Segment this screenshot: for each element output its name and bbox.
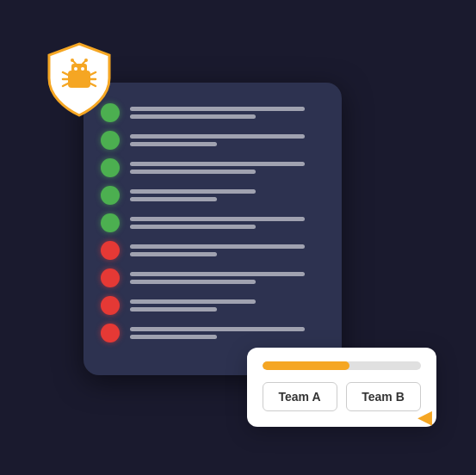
dot-green-4 bbox=[101, 213, 120, 232]
list-row bbox=[101, 268, 325, 287]
line-group bbox=[130, 327, 325, 339]
line-long-8-0 bbox=[130, 327, 305, 331]
svg-point-2 bbox=[74, 67, 77, 71]
list-row bbox=[101, 324, 325, 342]
line-long-4-0 bbox=[130, 217, 305, 221]
line-group bbox=[130, 244, 325, 256]
line-medium-3-0 bbox=[130, 189, 257, 194]
shield-container bbox=[40, 40, 118, 117]
line-medium-4-1 bbox=[130, 225, 257, 229]
line-group bbox=[130, 272, 325, 284]
cursor-icon: ▶ bbox=[417, 406, 432, 429]
line-long-2-0 bbox=[130, 162, 305, 166]
team-b-button[interactable]: Team B bbox=[346, 382, 421, 411]
team-a-button[interactable]: Team A bbox=[263, 382, 337, 411]
line-medium-6-1 bbox=[130, 280, 257, 284]
team-buttons: Team A Team B bbox=[263, 382, 421, 411]
list-row bbox=[101, 213, 325, 232]
list-row bbox=[101, 131, 325, 150]
line-medium-7-0 bbox=[130, 299, 257, 304]
dot-red-8 bbox=[101, 324, 120, 342]
line-medium-2-1 bbox=[130, 170, 257, 174]
list-row bbox=[101, 241, 325, 260]
main-scene: Team A Team B ▶ bbox=[32, 31, 445, 444]
shield-icon bbox=[40, 40, 118, 117]
list-row bbox=[101, 296, 325, 315]
svg-point-3 bbox=[81, 67, 84, 71]
line-short-3-1 bbox=[130, 197, 218, 201]
line-short-7-1 bbox=[130, 307, 218, 312]
line-group bbox=[130, 134, 325, 146]
list-row bbox=[101, 103, 325, 122]
line-group bbox=[130, 162, 325, 174]
line-short-1-1 bbox=[130, 142, 218, 146]
dot-green-3 bbox=[101, 186, 120, 205]
team-card: Team A Team B bbox=[247, 348, 436, 427]
dot-red-6 bbox=[101, 268, 120, 287]
progress-bar-fill bbox=[263, 361, 349, 370]
dot-red-7 bbox=[101, 296, 120, 315]
svg-rect-1 bbox=[71, 64, 87, 74]
svg-point-6 bbox=[71, 59, 74, 62]
line-long-6-0 bbox=[130, 272, 305, 276]
list-panel bbox=[83, 83, 342, 375]
line-short-8-1 bbox=[130, 335, 218, 339]
line-long-5-0 bbox=[130, 244, 305, 249]
line-group bbox=[130, 217, 325, 229]
list-row bbox=[101, 186, 325, 205]
line-long-1-0 bbox=[130, 134, 305, 139]
line-group bbox=[130, 189, 325, 201]
line-group bbox=[130, 299, 325, 312]
line-group bbox=[130, 107, 325, 119]
dot-red-5 bbox=[101, 241, 120, 260]
dot-green-1 bbox=[101, 131, 120, 150]
line-long-0-0 bbox=[130, 107, 305, 111]
dot-green-2 bbox=[101, 158, 120, 177]
line-medium-0-1 bbox=[130, 114, 257, 119]
line-short-5-1 bbox=[130, 252, 218, 256]
list-row bbox=[101, 158, 325, 177]
svg-point-7 bbox=[84, 59, 88, 62]
progress-bar-container bbox=[263, 361, 421, 370]
